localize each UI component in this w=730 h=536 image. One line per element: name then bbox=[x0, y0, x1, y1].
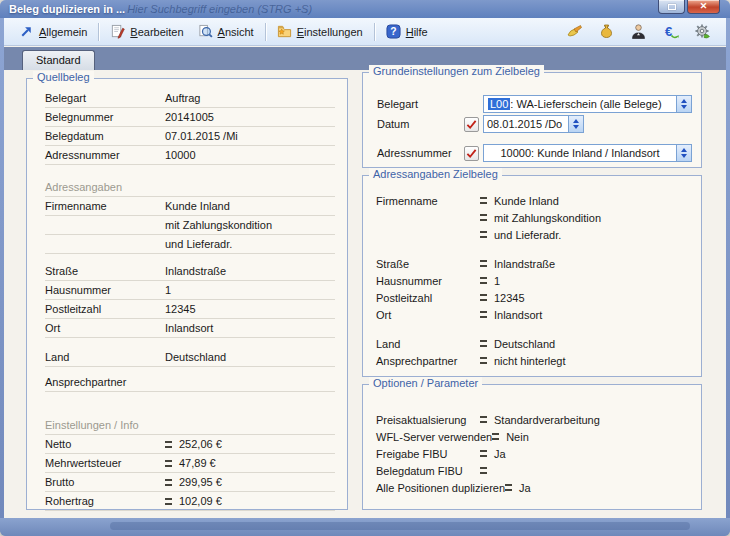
datum-input[interactable] bbox=[483, 115, 569, 133]
window-body: Allgemein Bearbeiten Ansicht Eins bbox=[4, 18, 726, 518]
data-row: Freigabe FIBUJa bbox=[376, 445, 691, 462]
equals-icon bbox=[480, 277, 487, 284]
titlebar[interactable]: Beleg duplizieren in ... Hier Suchbegrif… bbox=[0, 0, 730, 18]
close-icon: ✕ bbox=[700, 2, 708, 11]
data-row: Hausnummer1 bbox=[45, 281, 335, 300]
row-value: Nein bbox=[492, 431, 529, 443]
row-label: Postleitzahl bbox=[45, 303, 165, 315]
data-row: StraßeInlandstraße bbox=[376, 255, 691, 272]
row-label: Firmenname bbox=[376, 195, 480, 207]
row-label: Ort bbox=[376, 309, 480, 321]
toolbar-divider bbox=[98, 23, 99, 41]
row-spacer bbox=[45, 165, 335, 178]
data-row: Belegdatum FIBU bbox=[376, 462, 691, 479]
equals-icon bbox=[480, 311, 487, 318]
belegart-combobox[interactable]: L00 : WA-Lieferschein (alle Belege) bbox=[483, 95, 692, 113]
person-icon[interactable] bbox=[628, 22, 648, 42]
panel-grundeinstellungen: Grundeinstellungen zum Zielbeleg Belegar… bbox=[362, 72, 702, 168]
toolbar-right-icons: € bbox=[564, 22, 718, 42]
optionen-rows: PreisaktualsierungStandardverarbeitungWF… bbox=[376, 411, 691, 496]
data-row: Belegdatum07.01.2015 /Mi bbox=[45, 127, 335, 146]
row-label: Netto bbox=[45, 438, 165, 450]
tab-strip: Standard bbox=[4, 47, 726, 70]
arrow-up-right-icon bbox=[19, 24, 34, 39]
equals-icon bbox=[165, 479, 172, 486]
row-value: Ja bbox=[480, 448, 506, 460]
data-row: mit Zahlungskondition bbox=[45, 216, 335, 235]
spinner-icon[interactable] bbox=[569, 115, 584, 133]
adressnummer-combobox[interactable]: 10000: Kunde Inland / Inlandsort bbox=[483, 144, 692, 162]
row-label: Preisaktualsierung bbox=[376, 414, 480, 426]
equals-icon bbox=[480, 467, 487, 474]
row-spacer bbox=[376, 243, 691, 255]
panel-legend: Quellbeleg bbox=[33, 71, 94, 83]
row-value: 10000 bbox=[165, 149, 196, 161]
row-label: Belegnummer bbox=[45, 111, 165, 123]
row-label: Freigabe FIBU bbox=[376, 448, 480, 460]
euro-sync-icon[interactable]: € bbox=[660, 22, 680, 42]
data-row: WFL-Server verwendenNein bbox=[376, 428, 691, 445]
row-value: mit Zahlungskondition bbox=[165, 219, 272, 231]
money-bag-icon[interactable] bbox=[596, 22, 616, 42]
row-value: 20141005 bbox=[165, 111, 214, 123]
belegart-row: Belegart L00 : WA-Lieferschein (alle Bel… bbox=[377, 95, 692, 113]
spinner-icon[interactable] bbox=[676, 145, 691, 161]
folder-star-icon bbox=[277, 24, 292, 39]
selected-code: L00 bbox=[488, 98, 510, 110]
menu-allgemein[interactable]: Allgemein bbox=[12, 22, 94, 41]
row-value: und Lieferadr. bbox=[165, 238, 232, 250]
row-label: WFL-Server verwenden bbox=[376, 431, 492, 443]
menu-hilfe[interactable]: ? Hilfe bbox=[379, 22, 435, 41]
panel-adressangaben-zielbeleg: Adressangaben Zielbeleg FirmennameKunde … bbox=[362, 175, 702, 377]
equals-icon bbox=[492, 433, 499, 440]
menubar: Allgemein Bearbeiten Ansicht Eins bbox=[4, 18, 726, 46]
spinner-icon[interactable] bbox=[676, 96, 691, 112]
pen-icon[interactable] bbox=[564, 22, 584, 42]
window-title: Beleg duplizieren in ... bbox=[0, 3, 125, 15]
help-icon: ? bbox=[386, 24, 401, 39]
content-area: Quellbeleg BelegartAuftragBelegnummer201… bbox=[4, 70, 726, 518]
gear-icon[interactable] bbox=[692, 22, 712, 42]
data-row: FirmennameKunde Inland bbox=[376, 192, 691, 209]
restore-button[interactable] bbox=[658, 0, 685, 14]
panel-legend: Optionen / Parameter bbox=[369, 377, 482, 389]
red-check-icon bbox=[466, 119, 477, 130]
row-label: Straße bbox=[45, 265, 165, 277]
row-label: Belegdatum FIBU bbox=[376, 465, 480, 477]
data-row: Belegnummer20141005 bbox=[45, 108, 335, 127]
row-value: 252,06 € bbox=[165, 438, 222, 450]
equals-icon bbox=[480, 197, 487, 204]
menu-ansicht[interactable]: Ansicht bbox=[191, 22, 261, 41]
tab-standard[interactable]: Standard bbox=[22, 50, 95, 70]
menu-label: Hilfe bbox=[406, 26, 428, 38]
row-label: Ansprechpartner bbox=[376, 355, 480, 367]
combobox-value: 10000: Kunde Inland / Inlandsort bbox=[484, 145, 676, 161]
row-value: 12345 bbox=[165, 303, 196, 315]
equals-icon bbox=[480, 294, 487, 301]
equals-icon bbox=[480, 260, 487, 267]
app-window: Beleg duplizieren in ... Hier Suchbegrif… bbox=[0, 0, 730, 536]
menu-einstellungen[interactable]: Einstellungen bbox=[270, 22, 370, 41]
data-row: Ansprechpartner bbox=[45, 373, 335, 392]
equals-icon bbox=[480, 214, 487, 221]
data-row: StraßeInlandstraße bbox=[45, 262, 335, 281]
equals-icon bbox=[480, 357, 487, 364]
row-value: 299,95 € bbox=[165, 476, 222, 488]
data-row: Postleitzahl12345 bbox=[45, 300, 335, 319]
menu-bearbeiten[interactable]: Bearbeiten bbox=[103, 22, 190, 41]
equals-icon bbox=[480, 416, 487, 423]
svg-text:€: € bbox=[664, 24, 671, 39]
data-row: FirmennameKunde Inland bbox=[45, 197, 335, 216]
row-spacer bbox=[45, 254, 335, 262]
equals-icon bbox=[480, 340, 487, 347]
data-row: Rohertrag102,09 € bbox=[45, 492, 335, 511]
equals-icon bbox=[165, 441, 172, 448]
close-button[interactable]: ✕ bbox=[687, 0, 720, 14]
toolbar-divider bbox=[265, 23, 266, 41]
window-bottom-frame[interactable] bbox=[0, 518, 730, 536]
row-value: 07.01.2015 /Mi bbox=[165, 130, 238, 142]
row-value: nicht hinterlegt bbox=[480, 355, 566, 367]
row-label: Adressnummer bbox=[45, 149, 165, 161]
edit-check-button[interactable] bbox=[464, 117, 479, 132]
edit-check-button[interactable] bbox=[464, 146, 479, 161]
